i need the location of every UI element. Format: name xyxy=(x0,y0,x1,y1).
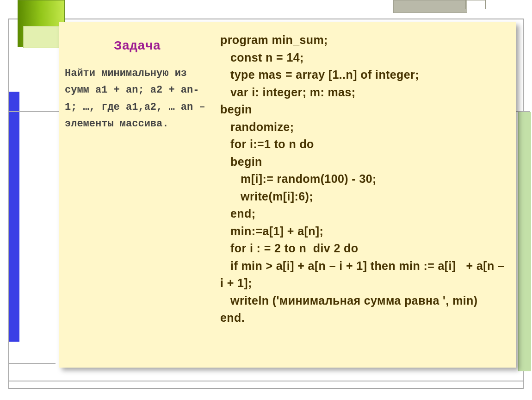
decor-hline xyxy=(9,111,59,112)
column-left: Задача Найти минимальную из сумм a1 + an… xyxy=(59,22,217,368)
column-right: program min_sum; const n = 14; type mas … xyxy=(217,22,516,368)
decor-right-stripe xyxy=(518,112,531,371)
task-title: Задача xyxy=(65,39,210,53)
decor-top-inner xyxy=(465,0,486,9)
decor-hline xyxy=(514,111,530,112)
decor-hline xyxy=(9,363,56,364)
decor-green-label xyxy=(23,26,59,48)
panel-columns: Задача Найти минимальную из сумм a1 + an… xyxy=(59,22,516,368)
decor-top-bar xyxy=(393,0,467,13)
content-panel: Задача Найти минимальную из сумм a1 + an… xyxy=(59,22,516,368)
code-listing: program min_sum; const n = 14; type mas … xyxy=(220,31,510,327)
decor-hline xyxy=(9,381,523,381)
task-description: Найти минимальную из сумм a1 + an; a2 + … xyxy=(65,65,210,132)
decor-left-stripe xyxy=(9,92,19,342)
